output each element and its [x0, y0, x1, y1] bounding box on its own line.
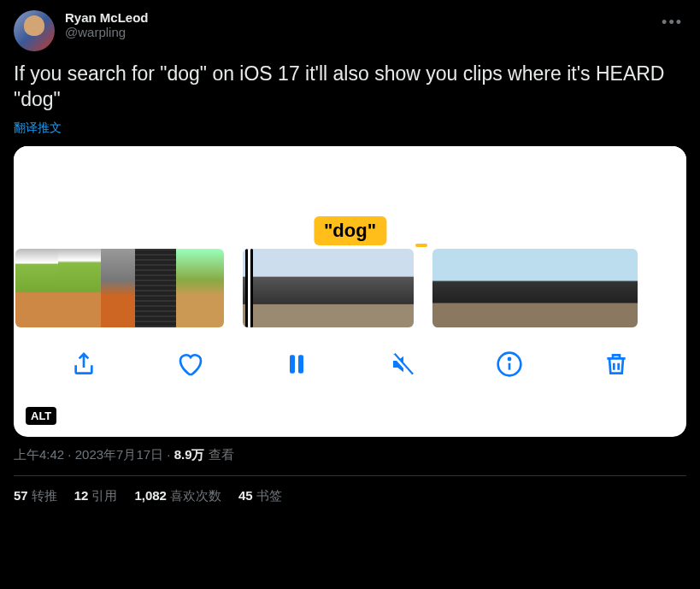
clip-group-1 [15, 249, 224, 327]
tweet-header: Ryan McLeod @warpling ••• [14, 10, 686, 51]
svg-point-6 [509, 358, 510, 360]
media-controls [14, 327, 686, 401]
clip-group-2 [243, 249, 414, 327]
clip-thumbnail [15, 249, 58, 327]
pause-button[interactable] [280, 348, 313, 380]
tweet-date: 2023年7月17日 [75, 447, 163, 462]
clip-thumbnail [432, 249, 467, 327]
clip-thumbnail [296, 249, 349, 327]
retweets-stat[interactable]: 57转推 [14, 488, 57, 504]
speaker-muted-icon [390, 350, 417, 378]
svg-rect-0 [290, 355, 295, 373]
quotes-stat[interactable]: 12引用 [74, 488, 118, 504]
video-timeline[interactable] [14, 249, 686, 327]
info-button[interactable] [493, 348, 526, 380]
more-icon: ••• [662, 14, 683, 31]
display-name: Ryan McLeod [65, 10, 686, 25]
tweet-text: If you search for "dog" on iOS 17 it'll … [14, 62, 686, 113]
tweet-time: 上午4:42 [14, 447, 64, 462]
clip-thumbnail [176, 249, 224, 327]
mute-button[interactable] [387, 348, 420, 380]
clip-thumbnail [243, 249, 296, 327]
clip-thumbnail [58, 249, 101, 327]
more-options-button[interactable]: ••• [658, 10, 686, 35]
media-attachment[interactable]: "dog" [14, 146, 686, 437]
divider [14, 475, 686, 476]
share-button[interactable] [68, 348, 100, 380]
clip-thumbnail [569, 249, 603, 327]
heart-icon [177, 350, 204, 378]
clip-thumbnail [467, 249, 501, 327]
clip-thumbnail [101, 249, 135, 327]
delete-button[interactable] [600, 348, 632, 380]
tweet-meta[interactable]: 上午4:42 · 2023年7月17日 · 8.9万 查看 [14, 447, 686, 463]
like-button[interactable] [174, 348, 207, 380]
avatar[interactable] [14, 10, 55, 51]
trash-icon [603, 350, 630, 378]
tweet-stats: 57转推 12引用 1,082喜欢次数 45书签 [14, 488, 686, 504]
views-label: 查看 [209, 447, 234, 462]
clip-thumbnail [349, 249, 414, 327]
user-handle: @warpling [65, 25, 686, 39]
alt-badge[interactable]: ALT [26, 407, 56, 425]
clip-thumbnail [535, 249, 569, 327]
clip-thumbnail [501, 249, 535, 327]
clip-group-3 [432, 249, 638, 327]
svg-rect-1 [298, 355, 303, 373]
info-icon [496, 350, 523, 378]
likes-stat[interactable]: 1,082喜欢次数 [134, 488, 221, 504]
bookmarks-stat[interactable]: 45书签 [238, 488, 282, 504]
translate-link[interactable]: 翻译推文 [14, 121, 62, 136]
tweet-container: Ryan McLeod @warpling ••• If you search … [0, 0, 700, 515]
clip-thumbnail [603, 249, 638, 327]
pause-icon [283, 350, 310, 378]
clip-thumbnail [135, 249, 176, 327]
media-preview-top: "dog" [14, 146, 686, 249]
views-count: 8.9万 [174, 447, 205, 462]
share-icon [70, 350, 97, 378]
user-info[interactable]: Ryan McLeod @warpling [65, 10, 686, 39]
search-term-badge: "dog" [314, 216, 386, 245]
